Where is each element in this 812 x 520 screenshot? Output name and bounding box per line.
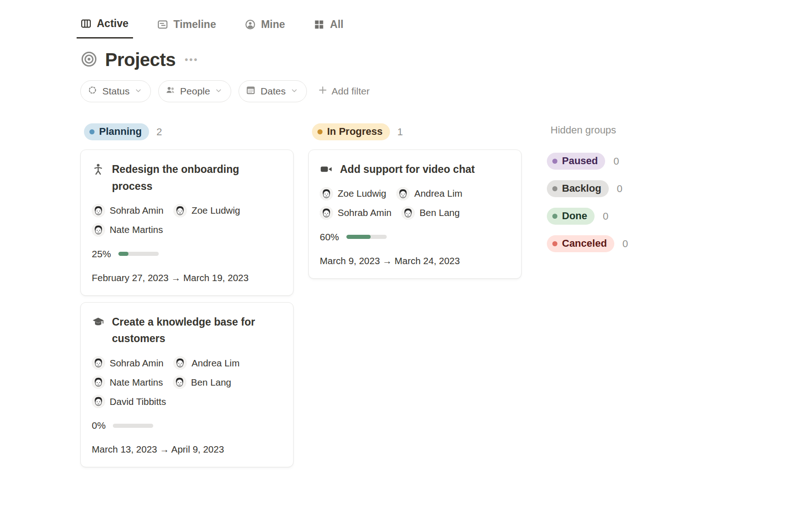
group-count: 0 bbox=[623, 238, 628, 250]
status-pill-in-progress[interactable]: In Progress bbox=[312, 123, 390, 140]
assignee-list: Sohrab Amin Andrea Lim Nate Martins Ben … bbox=[92, 356, 282, 408]
view-tabs: Active Timeline Mine All bbox=[80, 13, 812, 39]
progress-label: 25% bbox=[92, 249, 111, 260]
assignee: Sohrab Amin bbox=[92, 356, 163, 370]
status-dot bbox=[552, 159, 557, 164]
dates-filter-button[interactable]: Dates bbox=[239, 80, 307, 102]
assignee-list: Sohrab Amin Zoe Ludwig Nate Martins bbox=[92, 204, 282, 237]
avatar bbox=[92, 356, 105, 370]
more-options-button[interactable]: ••• bbox=[183, 55, 200, 65]
hidden-groups-panel: Hidden groups Paused 0 Backlog 0 Done bbox=[547, 123, 666, 263]
avatar bbox=[92, 395, 105, 408]
group-count: 1 bbox=[397, 126, 403, 138]
timeline-view-icon bbox=[157, 19, 168, 30]
title-row: Projects ••• bbox=[80, 50, 812, 70]
status-dot bbox=[552, 186, 557, 191]
status-pill-canceled[interactable]: Canceled bbox=[547, 235, 614, 252]
people-icon bbox=[165, 85, 176, 98]
avatar bbox=[401, 206, 415, 220]
card-title: Redesign the onboarding process bbox=[112, 161, 282, 195]
status-pill-paused[interactable]: Paused bbox=[547, 153, 605, 170]
filter-label: Status bbox=[102, 86, 130, 97]
status-pill-label: Planning bbox=[99, 126, 142, 138]
hidden-group-backlog: Backlog 0 bbox=[547, 180, 666, 197]
people-filter-button[interactable]: People bbox=[158, 80, 231, 102]
hidden-groups-title: Hidden groups bbox=[547, 124, 666, 136]
add-filter-label: Add filter bbox=[332, 86, 370, 97]
status-pill-planning[interactable]: Planning bbox=[84, 123, 149, 140]
filter-label: Dates bbox=[261, 86, 286, 97]
assignee: Zoe Ludwig bbox=[320, 187, 386, 200]
progress-label: 0% bbox=[92, 420, 106, 431]
status-pill-label: Done bbox=[562, 210, 587, 222]
progress-fill bbox=[346, 235, 371, 239]
tab-label: All bbox=[330, 18, 343, 31]
kanban-board: Planning 2 Redesign the onboarding proce… bbox=[80, 123, 812, 467]
status-pill-backlog[interactable]: Backlog bbox=[547, 180, 609, 197]
status-pill-label: Canceled bbox=[562, 238, 607, 249]
tab-mine[interactable]: Mine bbox=[241, 14, 289, 38]
avatar bbox=[320, 206, 333, 220]
assignee: Sohrab Amin bbox=[92, 204, 163, 217]
group-count: 2 bbox=[156, 126, 162, 138]
assignee: Sohrab Amin bbox=[320, 206, 391, 220]
projects-board-page: Active Timeline Mine All Projects ••• bbox=[0, 0, 812, 467]
assignee: Nate Martins bbox=[92, 223, 163, 237]
progress-row: 0% bbox=[92, 420, 282, 431]
date-range: March 9, 2023 → March 24, 2023 bbox=[320, 255, 510, 266]
column-in-progress: In Progress 1 Add support for video chat… bbox=[308, 123, 522, 279]
status-pill-done[interactable]: Done bbox=[547, 208, 595, 225]
date-range: February 27, 2023 → March 19, 2023 bbox=[92, 272, 282, 283]
project-card-video-chat[interactable]: Add support for video chat Zoe Ludwig An… bbox=[308, 149, 522, 279]
board-view-icon bbox=[80, 18, 92, 29]
add-filter-button[interactable]: Add filter bbox=[318, 85, 370, 97]
avatar bbox=[173, 356, 187, 370]
status-pill-label: In Progress bbox=[327, 126, 383, 138]
person-circle-icon bbox=[245, 19, 256, 30]
card-title: Create a knowledge base for customers bbox=[112, 314, 282, 348]
chevron-down-icon bbox=[290, 86, 298, 97]
hidden-group-done: Done 0 bbox=[547, 208, 666, 225]
group-count: 0 bbox=[617, 183, 623, 195]
progress-row: 25% bbox=[92, 249, 282, 260]
tab-timeline[interactable]: Timeline bbox=[153, 14, 221, 38]
group-count: 0 bbox=[603, 210, 608, 222]
progress-bar bbox=[346, 235, 387, 239]
status-spinner-icon bbox=[87, 85, 98, 98]
status-filter-button[interactable]: Status bbox=[80, 80, 151, 102]
calendar-icon bbox=[245, 85, 256, 98]
progress-bar bbox=[113, 424, 153, 428]
avatar bbox=[396, 187, 410, 200]
status-dot bbox=[552, 214, 557, 219]
project-card-redesign-onboarding[interactable]: Redesign the onboarding process Sohrab A… bbox=[80, 149, 294, 296]
tab-label: Timeline bbox=[173, 18, 216, 31]
filter-bar: Status People Dates bbox=[80, 80, 812, 102]
assignee: Zoe Ludwig bbox=[173, 204, 240, 217]
group-count: 0 bbox=[613, 155, 619, 167]
target-icon bbox=[80, 50, 98, 70]
filter-label: People bbox=[180, 86, 210, 97]
status-dot bbox=[89, 129, 95, 134]
project-card-knowledge-base[interactable]: Create a knowledge base for customers So… bbox=[80, 302, 294, 468]
assignee: Andrea Lim bbox=[173, 356, 239, 370]
assignee: David Tibbitts bbox=[92, 395, 166, 408]
hidden-group-canceled: Canceled 0 bbox=[547, 235, 666, 252]
graduation-cap-icon bbox=[92, 314, 105, 348]
avatar bbox=[92, 223, 105, 237]
assignee: Andrea Lim bbox=[396, 187, 462, 200]
hidden-group-paused: Paused 0 bbox=[547, 153, 666, 170]
assignee: Nate Martins bbox=[92, 376, 163, 389]
group-header: In Progress 1 bbox=[308, 123, 522, 140]
page-title: Projects bbox=[105, 50, 176, 70]
assignee: Ben Lang bbox=[401, 206, 460, 220]
column-planning: Planning 2 Redesign the onboarding proce… bbox=[80, 123, 294, 467]
avatar bbox=[173, 204, 187, 217]
grid-view-icon bbox=[313, 19, 325, 30]
chevron-down-icon bbox=[134, 86, 142, 97]
tab-all[interactable]: All bbox=[310, 14, 348, 38]
status-pill-label: Paused bbox=[562, 155, 598, 167]
tab-active[interactable]: Active bbox=[77, 13, 133, 39]
progress-fill bbox=[118, 252, 128, 256]
assignee-list: Zoe Ludwig Andrea Lim Sohrab Amin Ben La… bbox=[320, 187, 510, 220]
video-camera-icon bbox=[320, 161, 333, 178]
